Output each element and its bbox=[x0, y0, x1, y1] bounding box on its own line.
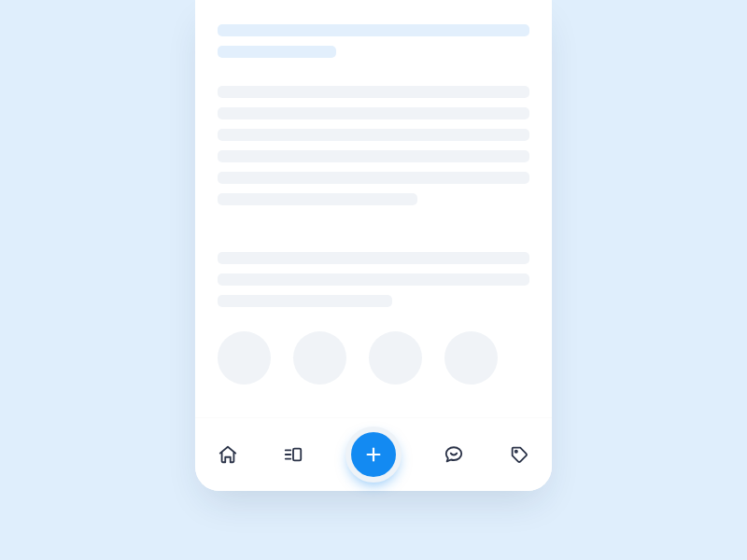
skeleton-body-line bbox=[218, 86, 529, 98]
fab-add-button[interactable] bbox=[345, 427, 402, 483]
skeleton-body-line bbox=[218, 107, 529, 119]
list-panel-icon bbox=[283, 444, 303, 465]
plus-icon bbox=[363, 444, 384, 465]
skeleton-body-line bbox=[218, 129, 529, 141]
svg-rect-3 bbox=[293, 449, 301, 461]
bottom-tabbar bbox=[195, 418, 552, 491]
skeleton-avatars-row bbox=[218, 331, 529, 385]
tab-tag[interactable] bbox=[500, 436, 538, 473]
skeleton-body-line bbox=[218, 172, 529, 184]
home-icon bbox=[218, 444, 238, 465]
skeleton-body-line bbox=[218, 273, 529, 286]
skeleton-body-line bbox=[218, 252, 529, 264]
skeleton-body-line bbox=[218, 150, 529, 162]
skeleton-title-line bbox=[218, 46, 336, 58]
tab-list[interactable] bbox=[275, 436, 312, 473]
chat-icon bbox=[444, 444, 464, 465]
phone-card bbox=[195, 0, 552, 491]
skeleton-title-line bbox=[218, 24, 529, 36]
skeleton-body-line bbox=[218, 295, 392, 307]
skeleton-avatar bbox=[293, 331, 346, 385]
skeleton-avatar bbox=[218, 331, 271, 385]
tab-chat[interactable] bbox=[435, 436, 472, 473]
tab-home[interactable] bbox=[209, 436, 247, 473]
svg-point-6 bbox=[515, 451, 517, 453]
skeleton-avatar bbox=[444, 331, 498, 385]
skeleton-body-line bbox=[218, 193, 417, 205]
fab-slot bbox=[340, 421, 407, 488]
tag-icon bbox=[509, 444, 529, 465]
skeleton-avatar bbox=[369, 331, 422, 385]
